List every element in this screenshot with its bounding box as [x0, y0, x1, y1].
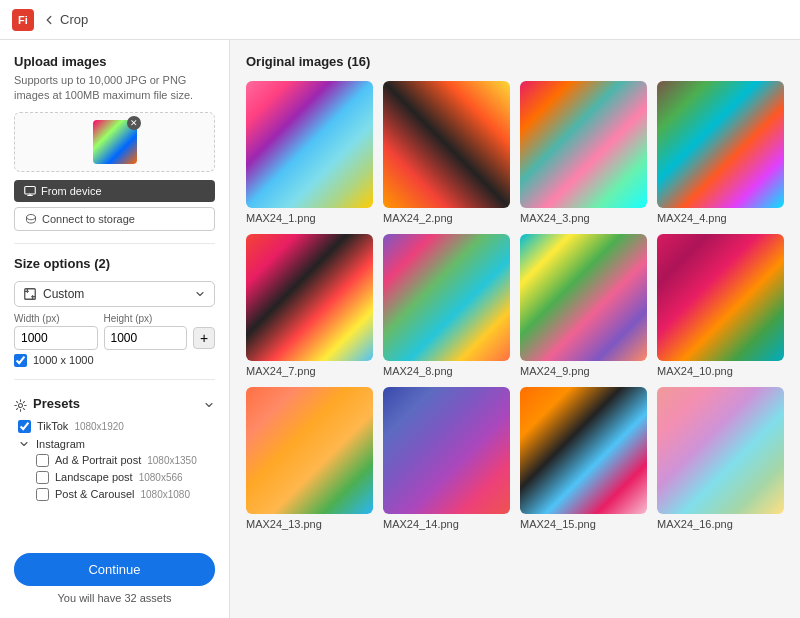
image-thumbnail[interactable] — [246, 81, 373, 208]
footer-section: Continue You will have 32 assets — [14, 545, 215, 604]
assets-note: You will have 32 assets — [14, 592, 215, 604]
image-thumbnail[interactable] — [383, 234, 510, 361]
back-label: Crop — [60, 12, 88, 27]
instagram-sub-3: Post & Carousel 1080x1080 — [36, 488, 215, 501]
instagram-sub1-checkbox[interactable] — [36, 454, 49, 467]
image-thumbnail[interactable] — [246, 234, 373, 361]
custom-dropdown[interactable]: Custom — [14, 281, 215, 307]
width-input[interactable] — [14, 326, 98, 350]
width-label: Width (px) — [14, 313, 98, 324]
upload-thumbnail — [93, 120, 137, 164]
back-button[interactable]: Crop — [42, 12, 88, 27]
gear-icon — [14, 399, 27, 412]
image-cell: MAX24_9.png — [520, 234, 647, 377]
instagram-expand-icon — [18, 438, 30, 450]
size-checkbox-label: 1000 x 1000 — [33, 354, 94, 366]
image-cell: MAX24_1.png — [246, 81, 373, 224]
height-group: Height (px) — [104, 313, 188, 350]
image-cell: MAX24_4.png — [657, 81, 784, 224]
image-thumbnail[interactable] — [520, 234, 647, 361]
upload-drop-area[interactable] — [14, 112, 215, 172]
height-label: Height (px) — [104, 313, 188, 324]
image-cell: MAX24_8.png — [383, 234, 510, 377]
image-thumbnail[interactable] — [520, 387, 647, 514]
instagram-header-left: Instagram — [18, 438, 85, 450]
tiktok-label: TikTok — [37, 420, 68, 432]
instagram-sub1-size: 1080x1350 — [147, 455, 197, 466]
fi-logo: Fi — [12, 9, 34, 31]
image-cell: MAX24_10.png — [657, 234, 784, 377]
upload-title: Upload images — [14, 54, 215, 69]
image-cell: MAX24_13.png — [246, 387, 373, 530]
size-options-title: Size options (2) — [14, 256, 110, 271]
instagram-sub3-checkbox[interactable] — [36, 488, 49, 501]
image-thumbnail[interactable] — [657, 81, 784, 208]
svg-rect-0 — [25, 186, 36, 194]
image-cell: MAX24_2.png — [383, 81, 510, 224]
instagram-sub2-size: 1080x566 — [139, 472, 183, 483]
presets-chevron-icon — [203, 399, 215, 411]
image-label: MAX24_13.png — [246, 518, 373, 530]
image-cell: MAX24_15.png — [520, 387, 647, 530]
image-label: MAX24_10.png — [657, 365, 784, 377]
image-label: MAX24_1.png — [246, 212, 373, 224]
image-cell: MAX24_3.png — [520, 81, 647, 224]
image-cell: MAX24_16.png — [657, 387, 784, 530]
instagram-header[interactable]: Instagram — [14, 438, 215, 450]
divider-1 — [14, 243, 215, 244]
image-label: MAX24_2.png — [383, 212, 510, 224]
instagram-sub2-checkbox[interactable] — [36, 471, 49, 484]
image-thumbnail[interactable] — [520, 81, 647, 208]
upload-subtitle: Supports up to 10,000 JPG or PNG images … — [14, 73, 215, 104]
instagram-sub-1: Ad & Portrait post 1080x1350 — [36, 454, 215, 467]
height-input[interactable] — [104, 326, 188, 350]
chevron-down-icon — [194, 288, 206, 300]
svg-point-2 — [18, 403, 22, 407]
size-checkbox[interactable] — [14, 354, 27, 367]
tiktok-checkbox[interactable] — [18, 420, 31, 433]
image-cell: MAX24_14.png — [383, 387, 510, 530]
image-label: MAX24_7.png — [246, 365, 373, 377]
from-device-button[interactable]: From device — [14, 180, 215, 202]
image-thumbnail[interactable] — [657, 234, 784, 361]
image-thumbnail[interactable] — [246, 387, 373, 514]
back-icon — [42, 13, 56, 27]
image-label: MAX24_16.png — [657, 518, 784, 530]
image-thumbnail[interactable] — [383, 387, 510, 514]
size-options-section: Size options (2) Custom Width (px) — [14, 256, 215, 367]
connect-storage-button[interactable]: Connect to storage — [14, 207, 215, 231]
image-thumbnail[interactable] — [383, 81, 510, 208]
images-grid: MAX24_1.pngMAX24_2.pngMAX24_3.pngMAX24_4… — [246, 81, 784, 530]
image-label: MAX24_9.png — [520, 365, 647, 377]
presets-section: Presets TikTok 1080x1920 Instagram — [14, 392, 215, 501]
upload-buttons: From device Connect to storage — [14, 180, 215, 231]
main-layout: Upload images Supports up to 10,000 JPG … — [0, 40, 800, 618]
instagram-label: Instagram — [36, 438, 85, 450]
size-options-header: Size options (2) — [14, 256, 215, 275]
image-label: MAX24_4.png — [657, 212, 784, 224]
instagram-sub-2: Landscape post 1080x566 — [36, 471, 215, 484]
connect-storage-label: Connect to storage — [42, 213, 135, 225]
instagram-sub2-label: Landscape post — [55, 471, 133, 483]
instagram-sub3-size: 1080x1080 — [140, 489, 190, 500]
presets-title: Presets — [33, 396, 80, 411]
image-label: MAX24_3.png — [520, 212, 647, 224]
preset-tiktok: TikTok 1080x1920 — [14, 420, 215, 433]
add-size-button[interactable]: + — [193, 327, 215, 349]
custom-row-left: Custom — [23, 287, 84, 301]
from-device-label: From device — [41, 185, 102, 197]
divider-2 — [14, 379, 215, 380]
tiktok-size: 1080x1920 — [74, 421, 124, 432]
presets-header-left: Presets — [14, 396, 80, 415]
dimensions-row: Width (px) Height (px) + — [14, 313, 215, 350]
top-bar: Fi Crop — [0, 0, 800, 40]
upload-section: Upload images Supports up to 10,000 JPG … — [14, 54, 215, 231]
continue-button[interactable]: Continue — [14, 553, 215, 586]
left-panel: Upload images Supports up to 10,000 JPG … — [0, 40, 230, 618]
crop-icon — [23, 287, 37, 301]
image-label: MAX24_8.png — [383, 365, 510, 377]
image-thumbnail[interactable] — [657, 387, 784, 514]
presets-header[interactable]: Presets — [14, 396, 215, 415]
svg-rect-1 — [25, 289, 36, 300]
image-label: MAX24_14.png — [383, 518, 510, 530]
